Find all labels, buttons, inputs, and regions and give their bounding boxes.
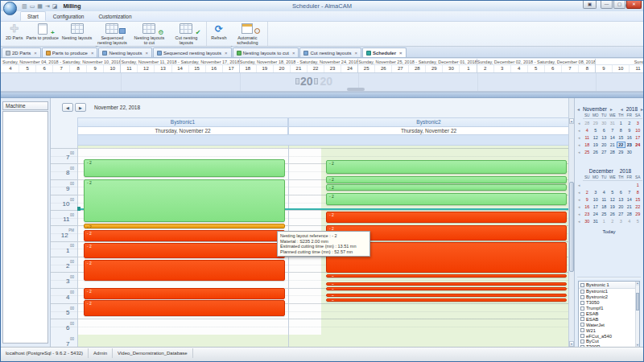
- machine-filter-item[interactable]: ByCut: [579, 339, 639, 344]
- calendar-day[interactable]: 5: [609, 189, 617, 195]
- calendar-day[interactable]: 21: [625, 204, 634, 210]
- scroll-up-icon[interactable]: ▲: [636, 282, 639, 286]
- machine-filter-item[interactable]: W21: [579, 327, 639, 333]
- day-number-cell[interactable]: 21: [291, 65, 308, 72]
- day-number-cell[interactable]: 18: [240, 65, 257, 72]
- day-number-cell[interactable]: 26: [375, 65, 392, 72]
- day-number-cell[interactable]: 11: [630, 65, 643, 72]
- calendar-day[interactable]: 30: [600, 120, 609, 126]
- checkbox[interactable]: [580, 328, 584, 332]
- calendar-day[interactable]: 2: [625, 120, 634, 126]
- automatic-scheduling-button[interactable]: Automatic scheduling: [229, 23, 266, 45]
- calendar-day[interactable]: 28: [625, 211, 634, 217]
- scrollbar-thumb[interactable]: [636, 293, 639, 311]
- previous-day-button[interactable]: ◀: [62, 103, 73, 112]
- calendar-day[interactable]: 20: [617, 204, 625, 210]
- calendar-day[interactable]: 12: [592, 134, 601, 141]
- calendar-day[interactable]: 17: [634, 134, 642, 141]
- maximize-button[interactable]: ▢: [613, 1, 625, 9]
- day-number-cell[interactable]: 28: [409, 65, 426, 72]
- machine-filter-header[interactable]: Bystronic 1: [579, 282, 639, 289]
- calendar-day[interactable]: 23: [583, 211, 592, 217]
- calendar-day[interactable]: 24: [634, 142, 642, 148]
- zoom-in-icon[interactable]: [314, 78, 318, 84]
- next-year-icon[interactable]: ►: [640, 107, 644, 112]
- schedule-block[interactable]: - 2: [84, 179, 285, 222]
- schedule-vertical-scrollbar[interactable]: ▲ ▼: [568, 98, 574, 347]
- checkbox[interactable]: [580, 339, 584, 343]
- today-button[interactable]: Today: [575, 229, 643, 234]
- calendar-day[interactable]: 14: [609, 134, 617, 141]
- day-number-cell[interactable]: 29: [426, 65, 443, 72]
- tab-close-icon[interactable]: ×: [91, 51, 94, 56]
- machine-column-header[interactable]: Bystronic2: [288, 117, 568, 126]
- calendar-day[interactable]: 16: [583, 204, 592, 210]
- calendar-day[interactable]: 11: [583, 134, 592, 141]
- tab-close-icon[interactable]: ×: [225, 51, 228, 56]
- schedule-block[interactable]: - 2: [326, 298, 567, 302]
- day-number-cell[interactable]: 6: [36, 65, 53, 72]
- app-menu-orb-icon[interactable]: [3, 2, 17, 15]
- day-number-cell[interactable]: 16: [206, 65, 223, 72]
- schedule-block[interactable]: - 2: [84, 288, 285, 299]
- calendar-day[interactable]: 18: [583, 142, 592, 148]
- calendar-day[interactable]: 26: [592, 149, 601, 155]
- calendar-day[interactable]: 13: [617, 196, 625, 203]
- schedule-block[interactable]: - 2: [84, 260, 285, 281]
- parts-to-produce-button[interactable]: Parts to produce: [24, 23, 60, 45]
- timeline-zoom-band[interactable]: 20 20: [1, 73, 643, 92]
- schedule-block[interactable]: - 2: [326, 212, 567, 223]
- calendar-day[interactable]: 3: [592, 189, 601, 195]
- calendar-day[interactable]: 15: [617, 134, 625, 141]
- machine-filter-item[interactable]: T3050: [579, 300, 639, 306]
- checkbox[interactable]: [580, 301, 584, 305]
- calendar-day[interactable]: 1: [617, 120, 625, 126]
- day-number-cell[interactable]: 7: [562, 65, 579, 72]
- calendar-day[interactable]: 13: [600, 134, 609, 141]
- calendar-day[interactable]: 15: [634, 196, 642, 203]
- day-number-cell[interactable]: 5: [19, 65, 36, 72]
- calendar-day[interactable]: 4: [600, 189, 609, 195]
- calendar-day[interactable]: 4: [583, 127, 592, 134]
- machine-column-header[interactable]: Bystronic1: [77, 117, 288, 126]
- calendar-day[interactable]: 1: [600, 218, 609, 224]
- calendar-day[interactable]: 10: [592, 196, 601, 203]
- calendar-day[interactable]: 27: [600, 149, 609, 155]
- tab-close-icon[interactable]: ×: [399, 51, 402, 56]
- calendar-day[interactable]: 31: [609, 120, 617, 126]
- calendar-day[interactable]: 22: [617, 142, 625, 148]
- calendar-day[interactable]: 19: [609, 204, 617, 210]
- calendar-day[interactable]: 4: [625, 218, 634, 224]
- calendar-day[interactable]: 25: [600, 211, 609, 217]
- checkbox[interactable]: [580, 323, 584, 327]
- schedule-block[interactable]: - 2: [84, 243, 285, 258]
- day-number-cell[interactable]: 20: [274, 65, 291, 72]
- calendar-day[interactable]: 1: [634, 182, 642, 188]
- calendar-day[interactable]: 14: [625, 196, 634, 203]
- calendar-day[interactable]: 10: [634, 127, 642, 134]
- machine-filter-item[interactable]: eFCut_a540: [579, 333, 639, 339]
- calendar-day[interactable]: 28: [609, 149, 617, 155]
- calendar-day[interactable]: 21: [609, 142, 617, 148]
- calendar-day[interactable]: 5: [592, 127, 601, 134]
- day-number-cell[interactable]: 12: [138, 65, 155, 72]
- minimize-button[interactable]: —: [601, 1, 613, 9]
- previous-month-icon[interactable]: ◄: [576, 107, 580, 112]
- machine-filter-item[interactable]: Bystronic2: [579, 294, 639, 300]
- doc-tab-cut-nesting-layouts[interactable]: Cut nesting layouts×: [299, 47, 361, 57]
- checkbox[interactable]: [580, 306, 584, 311]
- schedule-block[interactable]: - 2: [326, 160, 567, 174]
- machine-filter-item[interactable]: WaterJet: [579, 322, 639, 327]
- calendar-day[interactable]: 7: [625, 189, 634, 195]
- calendar-day[interactable]: 9: [583, 196, 592, 203]
- checkbox[interactable]: [580, 312, 584, 316]
- calendar-day[interactable]: 6: [617, 189, 625, 195]
- doc-tab-sequenced-nesting-layouts[interactable]: Sequenced nesting layouts×: [153, 47, 232, 57]
- timeline-zoom-control[interactable]: 20 20: [295, 75, 332, 88]
- day-number-cell[interactable]: 22: [308, 65, 324, 72]
- calendar-day[interactable]: 29: [617, 149, 625, 155]
- calendar-day[interactable]: [625, 182, 634, 188]
- schedule-block[interactable]: - 2: [326, 287, 567, 290]
- calendar-day[interactable]: [600, 182, 609, 188]
- day-number-cell[interactable]: 3: [494, 65, 511, 72]
